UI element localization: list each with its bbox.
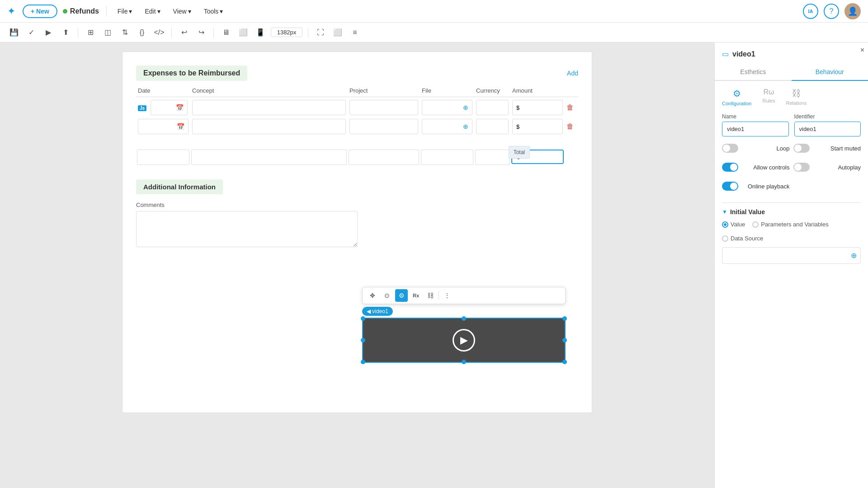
panel-tabs: Esthetics Behaviour <box>715 64 868 81</box>
resize-handle-br[interactable] <box>562 360 567 364</box>
row1-date-input[interactable]: 📅 <box>151 100 188 115</box>
toolbar-sep-1 <box>78 28 78 38</box>
components-button[interactable]: ⊞ <box>84 26 97 39</box>
value-input[interactable] <box>722 249 847 263</box>
upload-icon-2: ⊕ <box>463 123 468 130</box>
resize-handle-bl[interactable] <box>361 360 365 364</box>
config-tab-configuration[interactable]: ⚙ Configuration <box>722 88 751 106</box>
col-concept: Concept <box>190 86 348 95</box>
section-divider <box>722 202 861 203</box>
play-button[interactable]: ▶ <box>42 26 55 39</box>
video-rx-btn[interactable]: Rx <box>410 289 422 302</box>
video-config-btn[interactable]: ⚙ <box>395 289 408 302</box>
tab-esthetics[interactable]: Esthetics <box>715 64 792 80</box>
row2-file-input[interactable]: ⊕ <box>422 119 472 134</box>
mobile-view[interactable]: 📱 <box>254 26 267 39</box>
row2-currency-input[interactable] <box>476 119 509 134</box>
radio-group: Value Parameters and Variables Data Sour… <box>722 221 861 242</box>
js-badge: Js <box>138 105 146 111</box>
align-button[interactable]: ≡ <box>348 26 362 39</box>
autoplay-toggle[interactable] <box>793 163 810 172</box>
row2-project-input[interactable] <box>349 119 418 134</box>
video-link-btn[interactable]: ⛓ <box>424 289 437 302</box>
allow-controls-label: Allow controls <box>753 164 789 171</box>
row1-delete-btn[interactable]: 🗑 <box>566 103 574 111</box>
row1-amount-input[interactable]: $ <box>512 100 563 115</box>
toolbar-sep-2 <box>171 28 172 38</box>
resize-handle-tr[interactable] <box>562 316 567 321</box>
expenses-section: Expenses to be Reimbursed Add Date Conce… <box>136 66 578 135</box>
window-button[interactable]: ⬜ <box>331 26 344 39</box>
row2-delete-btn[interactable]: 🗑 <box>566 122 574 130</box>
row1-concept-input[interactable] <box>192 100 346 115</box>
row2-amount-input[interactable]: $ <box>512 119 563 134</box>
calendar-icon-1: 📅 <box>176 104 184 111</box>
row2-concept-input[interactable] <box>192 119 346 134</box>
check-button[interactable]: ✓ <box>24 26 38 39</box>
edit-menu[interactable]: Edit ▾ <box>141 6 164 17</box>
panel-close-btn[interactable]: × <box>860 46 864 54</box>
resize-handle-ml[interactable] <box>361 338 365 343</box>
radio-params[interactable]: Parameters and Variables <box>752 221 828 228</box>
name-input[interactable] <box>722 122 789 136</box>
video-settings-btn[interactable]: ⊙ <box>381 289 393 302</box>
row1-project-input[interactable] <box>349 100 418 115</box>
fullscreen-button[interactable]: ⛶ <box>314 26 327 39</box>
new-button[interactable]: + New <box>23 5 57 18</box>
loop-toggle[interactable] <box>722 144 738 153</box>
data-button[interactable]: ⇅ <box>118 26 132 39</box>
radio-value[interactable]: Value <box>722 221 745 228</box>
comments-textarea[interactable] <box>136 211 358 247</box>
row1-currency-input[interactable] <box>476 100 509 115</box>
row2-date-input[interactable]: 📅 <box>138 119 189 134</box>
row1-file-input[interactable]: ⊕ <box>422 100 472 115</box>
video-more-btn[interactable]: ⋮ <box>441 289 453 302</box>
value-input-icon[interactable]: ⊕ <box>847 248 860 263</box>
start-muted-toggle[interactable] <box>793 144 810 153</box>
currency-sym-1: $ <box>516 104 519 111</box>
file-menu[interactable]: File ▾ <box>114 6 136 17</box>
resize-handle-mr[interactable] <box>562 338 567 343</box>
config-tab-rules[interactable]: Rω Rules <box>762 88 775 106</box>
allow-controls-toggle[interactable] <box>722 163 738 172</box>
config-tab-relations[interactable]: ⛓ Relations <box>786 88 807 106</box>
undo-button[interactable]: ↩ <box>177 26 191 39</box>
upload-icon-1: ⊕ <box>463 104 468 111</box>
col-actions <box>565 86 578 95</box>
row1-date-cell: Js 📅 <box>136 99 190 116</box>
resize-handle-bc[interactable] <box>462 360 466 364</box>
video-component-label[interactable]: ◀ video1 <box>362 307 393 316</box>
code-button[interactable]: {} <box>135 26 149 39</box>
radio-datasource[interactable]: Data Source <box>722 235 763 242</box>
save-button[interactable]: 💾 <box>7 26 21 39</box>
identifier-input[interactable] <box>794 122 861 136</box>
tools-menu[interactable]: Tools ▾ <box>200 6 227 17</box>
video-player[interactable]: ▶ <box>362 318 566 363</box>
help-button[interactable]: ? <box>824 4 839 19</box>
table-row: Js 📅 ⊕ <box>136 99 578 116</box>
avatar[interactable]: 👤 <box>844 3 861 19</box>
online-playback-toggle[interactable] <box>722 182 738 191</box>
right-panel: × ▭ video1 Esthetics Behaviour ⚙ Configu… <box>714 42 868 488</box>
tablet-view[interactable]: ⬜ <box>236 26 250 39</box>
relations-icon: ⛓ <box>792 88 801 99</box>
publish-button[interactable]: ⬆ <box>59 26 72 39</box>
view-menu[interactable]: View ▾ <box>170 6 195 17</box>
initial-value-collapse[interactable]: ▼ Initial Value <box>722 208 861 216</box>
config-icon: ⚙ <box>733 88 741 99</box>
ia-button[interactable]: IA <box>803 4 818 19</box>
desktop-view[interactable]: 🖥 <box>219 26 233 39</box>
play-icon[interactable]: ▶ <box>453 329 475 352</box>
resize-handle-tl[interactable] <box>361 316 365 321</box>
row2-delete-cell: 🗑 <box>565 122 578 131</box>
video-move-btn[interactable]: ✥ <box>366 289 379 302</box>
resize-handle-tc[interactable] <box>462 316 466 321</box>
redo-button[interactable]: ↪ <box>194 26 208 39</box>
layers-button[interactable]: ◫ <box>101 26 114 39</box>
html-button[interactable]: </> <box>152 26 166 39</box>
row1-currency-cell <box>474 99 510 116</box>
tab-behaviour[interactable]: Behaviour <box>792 64 868 81</box>
canvas[interactable]: Expenses to be Reimbursed Add Date Conce… <box>0 42 714 488</box>
add-button[interactable]: Add <box>567 70 578 77</box>
row2-concept-cell <box>190 118 348 135</box>
